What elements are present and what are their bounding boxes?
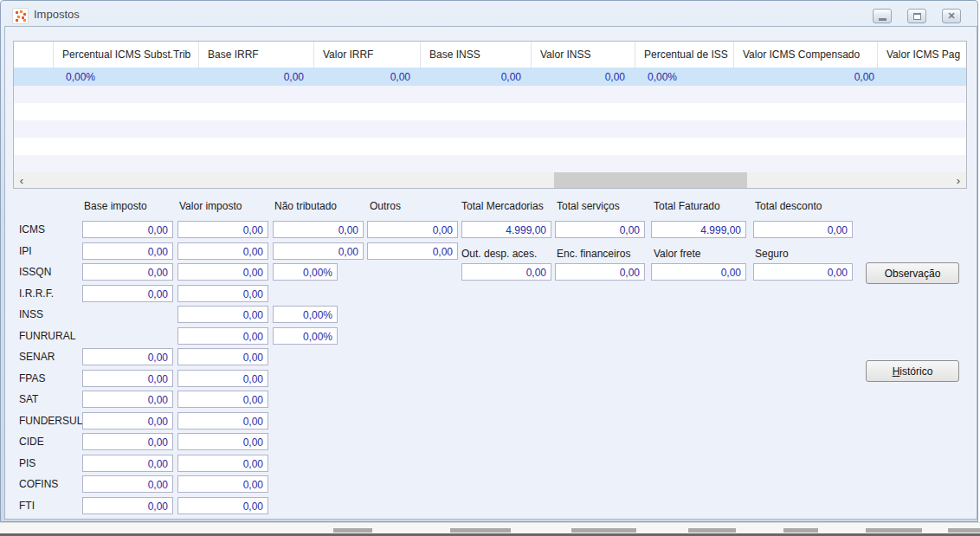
funrural-percent-input[interactable] xyxy=(273,327,338,345)
grid-header-base-inss[interactable]: Base INSS xyxy=(421,42,532,68)
app-icon[interactable] xyxy=(12,8,29,24)
background-text-fragment xyxy=(450,528,511,533)
irrf-valor-input[interactable] xyxy=(177,285,268,302)
label-fundersul: FUNDERSUL xyxy=(19,415,82,427)
grid-header-valor-icms-compensado[interactable]: Valor ICMS Compensado xyxy=(734,42,878,68)
grid-cell-valor-icms-pag xyxy=(878,68,966,86)
fundersul-base-input[interactable] xyxy=(82,412,173,429)
inss-percent-input[interactable] xyxy=(273,306,338,323)
grid-header-selector[interactable] xyxy=(14,42,54,68)
seguro-input[interactable] xyxy=(753,263,853,281)
label-cofins: COFINS xyxy=(19,478,58,490)
fpas-base-input[interactable] xyxy=(82,370,173,387)
header-total-faturado: Total Faturado xyxy=(654,200,720,212)
ipi-valor-input[interactable] xyxy=(177,242,268,260)
inss-valor-input[interactable] xyxy=(177,306,268,323)
total-desconto-input[interactable] xyxy=(753,221,853,238)
label-fpas: FPAS xyxy=(19,372,45,384)
taxes-grid: Percentual ICMS Subst.Trib Base IRRF Val… xyxy=(13,41,967,189)
grid-empty-row xyxy=(14,155,966,172)
header-total-mercadorias: Total Mercadorias xyxy=(461,200,544,212)
header-valor-imposto: Valor imposto xyxy=(179,200,242,212)
funrural-valor-input[interactable] xyxy=(177,327,268,345)
background-text-fragment xyxy=(688,528,736,533)
header-outros: Outros xyxy=(370,200,401,212)
pis-base-input[interactable] xyxy=(82,455,173,472)
background-text-fragment xyxy=(866,528,922,533)
label-irrf: I.R.R.F. xyxy=(19,287,54,300)
icms-outros-input[interactable] xyxy=(367,221,458,238)
grid-header-row: Percentual ICMS Subst.Trib Base IRRF Val… xyxy=(14,42,966,68)
minimize-button[interactable] xyxy=(873,9,892,23)
icms-valor-input[interactable] xyxy=(177,221,268,238)
cide-base-input[interactable] xyxy=(82,433,173,450)
ipi-nao-tributado-input[interactable] xyxy=(273,242,364,260)
cide-valor-input[interactable] xyxy=(177,433,268,450)
ipi-outros-input[interactable] xyxy=(367,242,458,260)
grid-header-valor-irrf[interactable]: Valor IRRF xyxy=(314,42,421,68)
background-text-fragment xyxy=(948,528,980,533)
senar-valor-input[interactable] xyxy=(177,348,268,365)
close-icon: ✕ xyxy=(947,11,955,21)
label-pis: PIS xyxy=(19,457,35,469)
enc-financeiros-input[interactable] xyxy=(555,263,645,281)
header-total-desconto: Total desconto xyxy=(755,200,822,212)
cofins-valor-input[interactable] xyxy=(177,475,268,493)
fti-base-input[interactable] xyxy=(82,497,173,514)
historico-button[interactable]: Histórico xyxy=(866,360,959,382)
maximize-button[interactable] xyxy=(907,9,926,23)
pis-valor-input[interactable] xyxy=(177,455,268,472)
icms-nao-tributado-input[interactable] xyxy=(273,221,364,238)
observacao-button[interactable]: Observação xyxy=(866,262,959,284)
label-issqn: ISSQN xyxy=(19,266,51,278)
grid-cell-valor-inss: 0,00 xyxy=(532,68,635,86)
grid-header-valor-inss[interactable]: Valor INSS xyxy=(532,42,635,68)
fundersul-valor-input[interactable] xyxy=(177,412,268,429)
background-text-fragment xyxy=(571,528,636,533)
maximize-icon xyxy=(913,13,921,20)
title-bar[interactable]: Impostos ✕ xyxy=(2,2,978,27)
ipi-base-input[interactable] xyxy=(82,242,173,260)
grid-cell-valor-icms-compensado: 0,00 xyxy=(734,68,878,86)
grid-empty-row xyxy=(14,120,966,138)
fpas-valor-input[interactable] xyxy=(177,370,268,387)
grid-cell-percentual-de-iss: 0,00% xyxy=(635,68,734,86)
total-mercadorias-input[interactable] xyxy=(461,221,551,238)
close-button[interactable]: ✕ xyxy=(942,9,961,23)
out-desp-aces-input[interactable] xyxy=(461,263,551,281)
irrf-base-input[interactable] xyxy=(82,285,173,302)
total-faturado-input[interactable] xyxy=(651,221,746,238)
grid-header-percentual-de-iss[interactable]: Percentual de ISS xyxy=(635,42,734,68)
grid-header-percentual-icms-subst-trib[interactable]: Percentual ICMS Subst.Trib xyxy=(54,42,199,68)
horizontal-scrollbar[interactable]: ‹ › xyxy=(14,172,966,188)
grid-selected-row[interactable]: 0,00% 0,00 0,00 0,00 0,00 0,00% 0,00 xyxy=(14,68,966,86)
grid-header-base-irrf[interactable]: Base IRRF xyxy=(199,42,314,68)
header-valor-frete: Valor frete xyxy=(654,248,700,260)
grid-cell-selector xyxy=(14,68,54,86)
fti-valor-input[interactable] xyxy=(177,497,268,514)
grid-cell-valor-irrf: 0,00 xyxy=(314,68,421,86)
grid-cell-percentual-icms-subst-trib: 0,00% xyxy=(54,68,199,86)
sat-base-input[interactable] xyxy=(82,391,173,408)
valor-frete-input[interactable] xyxy=(651,263,746,281)
label-inss: INSS xyxy=(19,308,43,320)
header-total-servicos: Total serviços xyxy=(557,200,620,212)
grid-cell-base-irrf: 0,00 xyxy=(199,68,314,86)
scroll-left-arrow-icon[interactable]: ‹ xyxy=(14,172,29,188)
issqn-percent-input[interactable] xyxy=(273,263,338,281)
icms-base-input[interactable] xyxy=(82,221,173,238)
grid-cell-base-inss: 0,00 xyxy=(421,68,532,86)
scrollbar-track[interactable] xyxy=(29,172,951,188)
grid-header-valor-icms-pag[interactable]: Valor ICMS Pag xyxy=(878,42,966,68)
header-enc-financeiros: Enc. financeiros xyxy=(557,248,630,260)
senar-base-input[interactable] xyxy=(82,348,173,365)
header-out-desp-aces: Out. desp. aces. xyxy=(461,248,537,260)
issqn-valor-input[interactable] xyxy=(177,263,268,281)
scroll-right-arrow-icon[interactable]: › xyxy=(951,172,966,188)
cofins-base-input[interactable] xyxy=(82,475,173,493)
sat-valor-input[interactable] xyxy=(177,391,268,408)
total-servicos-input[interactable] xyxy=(555,221,645,238)
header-base-imposto: Base imposto xyxy=(84,200,147,212)
issqn-base-input[interactable] xyxy=(82,263,173,281)
scrollbar-thumb[interactable] xyxy=(554,172,747,188)
